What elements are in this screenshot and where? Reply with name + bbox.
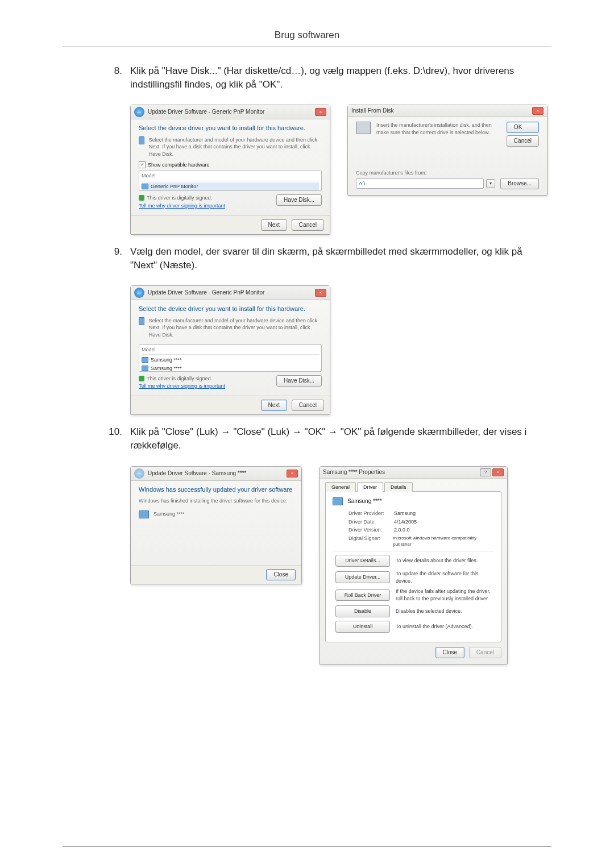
have-disk-button[interactable]: Have Disk... (276, 194, 322, 206)
close-icon[interactable]: × (315, 108, 326, 116)
step-8-text: Klik på "Have Disk..." (Har diskette/cd…… (130, 64, 551, 92)
monitor-icon (139, 510, 149, 518)
step-8-number: 8. (63, 64, 130, 92)
page-title: Brug softwaren (63, 28, 551, 42)
success-desc: Windows has finished installing the driv… (139, 497, 293, 505)
dialog-properties: Samsung **** Properties ? × General Driv… (319, 466, 508, 665)
back-icon[interactable]: ← (134, 288, 144, 298)
device-name: Samsung **** (154, 510, 185, 518)
signed-text: This driver is digitally signed. (147, 194, 212, 202)
list-item[interactable]: Samsung **** (142, 356, 319, 364)
model-header: Model (142, 172, 319, 181)
step-10-number: 10. (63, 425, 130, 452)
cancel-button: Cancel (469, 647, 501, 658)
path-input[interactable]: A:\ (356, 178, 484, 189)
roll-back-button[interactable]: Roll Back Driver (335, 589, 390, 601)
close-icon[interactable]: × (492, 468, 504, 476)
dialog-heading: Select the device driver you want to ins… (139, 124, 322, 132)
divider-top (63, 47, 551, 47)
shield-icon (139, 195, 144, 201)
monitor-icon (139, 317, 144, 325)
help-icon[interactable]: ? (480, 468, 491, 476)
tab-details[interactable]: Details (384, 482, 413, 492)
cancel-button[interactable]: Cancel (292, 219, 324, 231)
close-icon[interactable]: × (315, 289, 326, 297)
dialog-select-model: ← Update Driver Software - Generic PnP M… (130, 285, 330, 415)
next-button[interactable]: Next (261, 219, 288, 231)
dropdown-icon[interactable]: ▾ (486, 179, 495, 188)
close-button[interactable]: Close (266, 569, 296, 580)
step-9-number: 9. (63, 245, 130, 272)
dialog-title: Samsung **** Properties (323, 468, 385, 476)
list-item[interactable]: Generic PnP Monitor (142, 182, 319, 191)
signing-link[interactable]: Tell me why driver signing is important (139, 203, 225, 209)
close-button[interactable]: Close (435, 647, 465, 658)
step-10-text: Klik på "Close" (Luk) → "Close" (Luk) → … (130, 425, 551, 452)
show-compatible-checkbox[interactable]: ✓ (139, 161, 146, 168)
tab-general[interactable]: General (325, 482, 356, 492)
have-disk-button[interactable]: Have Disk... (276, 375, 322, 387)
dialog-desc: Select the manufacturer and model of you… (149, 136, 322, 158)
shield-icon (139, 376, 144, 381)
list-item[interactable]: Samsung **** (142, 364, 319, 373)
success-heading: Windows has successfully updated your dr… (139, 485, 293, 494)
uninstall-button[interactable]: Uninstall (335, 621, 390, 633)
dialog-desc: Select the manufacturer and model of you… (149, 317, 322, 339)
next-button[interactable]: Next (261, 400, 288, 411)
update-driver-button[interactable]: Update Driver... (335, 571, 390, 583)
dialog-update-driver: ← Update Driver Software - Generic PnP M… (130, 105, 330, 234)
disable-button[interactable]: Disable (335, 605, 390, 617)
cancel-button[interactable]: Cancel (292, 400, 324, 411)
monitor-icon (142, 184, 148, 189)
monitor-icon (139, 136, 144, 144)
ok-button[interactable]: OK (507, 122, 539, 133)
back-icon: ← (134, 468, 144, 479)
back-icon[interactable]: ← (134, 107, 144, 117)
step-9-text: Vælg den model, der svarer til din skærm… (130, 245, 551, 272)
disk-icon (356, 122, 371, 134)
tab-driver[interactable]: Driver (357, 482, 383, 492)
cancel-button[interactable]: Cancel (507, 135, 539, 147)
dialog-title: Update Driver Software - Generic PnP Mon… (148, 289, 264, 297)
install-msg: Insert the manufacturer's installation d… (376, 122, 498, 136)
monitor-icon (333, 497, 343, 505)
device-name: Samsung **** (347, 497, 382, 505)
monitor-icon (142, 366, 148, 371)
dialog-heading: Select the device driver you want to ins… (139, 305, 322, 313)
divider-bottom (63, 846, 551, 847)
dialog-install-from-disk: Install From Disk × Insert the manufactu… (347, 105, 547, 196)
close-icon[interactable]: × (287, 470, 298, 477)
signed-text: This driver is digitally signed. (147, 375, 212, 383)
dialog-title: Install From Disk (351, 107, 393, 115)
monitor-icon (142, 357, 148, 363)
signing-link[interactable]: Tell me why driver signing is important (139, 383, 225, 389)
show-compatible-label: Show compatible hardware (148, 161, 210, 169)
dialog-update-success: ← Update Driver Software - Samsung **** … (130, 466, 302, 584)
dialog-title: Update Driver Software - Generic PnP Mon… (148, 108, 264, 116)
close-icon[interactable]: × (532, 107, 544, 115)
browse-button[interactable]: Browse... (500, 178, 539, 189)
driver-details-button[interactable]: Driver Details... (335, 555, 390, 567)
model-header: Model (142, 346, 319, 355)
dialog-title: Update Driver Software - Samsung **** (148, 470, 246, 477)
copy-label: Copy manufacturer's files from: (356, 169, 539, 177)
